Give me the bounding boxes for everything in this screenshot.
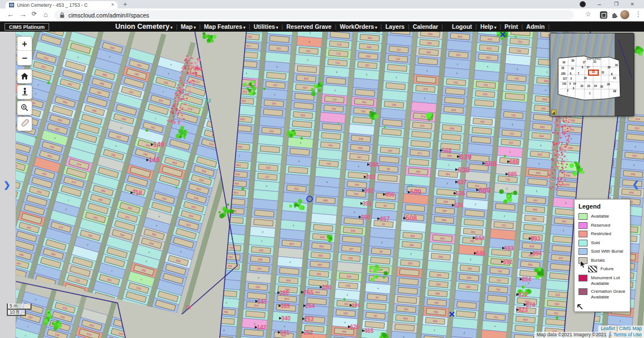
svg-text:835: 835 — [532, 217, 537, 220]
back-icon[interactable]: ← — [7, 10, 14, 19]
nav-item-map[interactable]: Map▾ — [181, 23, 196, 30]
svg-text:98: 98 — [387, 168, 390, 171]
cims-map-link[interactable]: CIMS Map — [619, 326, 642, 331]
chevron-down-icon: ▾ — [243, 25, 246, 29]
forward-icon[interactable]: → — [19, 10, 27, 19]
minimap-section-number: 1C — [613, 77, 616, 80]
svg-text:624: 624 — [301, 114, 306, 117]
nav-item-layers[interactable]: Layers — [385, 23, 404, 30]
svg-text:803: 803 — [235, 173, 240, 176]
browser-tab[interactable]: Union Cemetery - 453 _ 1753 - C × — [6, 1, 118, 8]
nav-item-calendar[interactable]: Calendar — [413, 23, 438, 30]
svg-text:352: 352 — [361, 110, 366, 113]
svg-text:611: 611 — [454, 81, 458, 84]
tab-close-icon[interactable]: × — [111, 2, 114, 7]
home-icon[interactable]: ⌂ — [43, 10, 48, 19]
window-restore-button[interactable]: ❐ — [614, 1, 619, 8]
svg-text:703: 703 — [327, 162, 332, 166]
leaflet-link[interactable]: Leaflet — [601, 326, 615, 331]
selected-point-marker[interactable] — [307, 196, 312, 202]
extension-capture-icon[interactable] — [600, 11, 607, 19]
zoom-in-button[interactable]: + — [18, 37, 32, 51]
overview-minimap[interactable]: WETLAND 32 1920172110181682728100673181C… — [550, 33, 634, 116]
svg-text:358: 358 — [365, 55, 371, 58]
svg-text:824: 824 — [523, 318, 528, 322]
nav-item-admin[interactable]: Admin — [526, 23, 545, 30]
reload-icon[interactable]: ⟳ — [32, 10, 37, 18]
measure-ruler-icon — [21, 119, 29, 127]
plot-number-label: 388 — [280, 290, 289, 296]
menu-separator: | — [476, 24, 477, 30]
svg-text:812: 812 — [242, 90, 247, 94]
svg-text:733: 733 — [517, 40, 523, 44]
svg-text:391: 391 — [467, 267, 472, 271]
minimap-toggle-button[interactable] — [551, 110, 556, 115]
svg-text:703: 703 — [493, 315, 498, 319]
nav-item-utilities[interactable]: Utilities▾ — [254, 23, 278, 30]
expand-panel-chevron-icon[interactable]: ❯ — [3, 180, 11, 190]
browser-menu-icon[interactable]: ⋮ — [635, 10, 642, 18]
profile-avatar[interactable] — [620, 10, 629, 19]
window-close-button[interactable]: × — [630, 1, 634, 8]
svg-text:716: 716 — [337, 43, 342, 46]
window-minimize-button[interactable]: – — [598, 1, 601, 8]
locate-person-button[interactable] — [17, 85, 32, 99]
plot-number-label: 392 — [364, 188, 374, 194]
nav-item-workorders[interactable]: WorkOrders▾ — [340, 23, 377, 30]
plot-number-label: 263 — [304, 316, 314, 322]
legend-collapse-icon[interactable] — [577, 304, 583, 310]
chevron-down-icon: ▾ — [171, 25, 173, 29]
svg-text:218: 218 — [266, 166, 271, 170]
svg-text:606: 606 — [286, 279, 291, 283]
nav-item-reserved-grave[interactable]: Reserved Grave — [286, 23, 332, 30]
svg-text:710: 710 — [332, 98, 337, 101]
minimap-section-number: 117 — [563, 77, 567, 80]
svg-text:362: 362 — [410, 235, 415, 238]
legend-swatch — [578, 222, 588, 229]
extensions-puzzle-icon[interactable] — [611, 11, 619, 19]
browser-window: Union Cemetery - 453 _ 1753 - C × + – ❐ … — [0, 0, 644, 338]
address-bar[interactable]: cimscloud.com/admin#/spaces — [54, 10, 574, 20]
terms-of-use-link[interactable]: Terms of Use — [613, 332, 642, 337]
bookmark-star-icon[interactable]: ☆ — [585, 10, 591, 18]
svg-text:374: 374 — [420, 124, 425, 128]
nav-item-help[interactable]: Help▾ — [480, 23, 496, 30]
plot-number-label: 391 — [363, 201, 372, 207]
svg-text:830: 830 — [528, 263, 533, 267]
measure-tool-button[interactable] — [17, 116, 32, 131]
svg-text:845: 845 — [540, 125, 545, 129]
minimap-section-number: 30 — [600, 85, 603, 88]
svg-text:844: 844 — [539, 135, 544, 138]
nav-item-print[interactable]: Print — [504, 23, 518, 30]
minimap-section-number: 22 — [580, 85, 583, 88]
legend-item-sold: Sold — [578, 240, 626, 246]
magnifier-plus-icon — [21, 104, 28, 111]
svg-text:227: 227 — [273, 84, 278, 87]
scale-imperial: 10 ft — [7, 310, 26, 316]
plot-number-label: 635 — [454, 202, 464, 209]
minimap-section-number: 28 — [607, 66, 610, 69]
plot-number-label: 688 — [485, 159, 497, 168]
svg-text:347: 347 — [357, 156, 362, 159]
nav-item-map-features[interactable]: Map Features▾ — [204, 23, 245, 30]
zoom-out-button[interactable]: − — [18, 51, 32, 65]
svg-text:788: 788 — [223, 310, 228, 314]
browser-profile-badge[interactable] — [580, 1, 586, 7]
svg-text:357: 357 — [365, 64, 370, 67]
zoom-area-button[interactable] — [17, 101, 32, 115]
collapse-right-chevron-icon[interactable]: ❮ — [632, 179, 639, 189]
svg-text:361: 361 — [410, 244, 415, 247]
svg-text:333: 333 — [346, 284, 351, 288]
new-tab-button[interactable]: + — [123, 1, 127, 8]
nav-item-union-cemetery[interactable]: Union Cemetery▾ — [115, 23, 172, 31]
plot-number-label: 341 — [280, 330, 290, 336]
svg-text:348: 348 — [358, 146, 363, 150]
home-extent-button[interactable] — [17, 69, 32, 84]
minimap-section-number: 100 — [561, 72, 565, 75]
plot-number-label: 456 — [385, 192, 395, 198]
cemetery-map-canvas[interactable]: 2621619616615161361261060936076063599598… — [0, 32, 644, 338]
plot-number-label: 262 — [304, 330, 314, 336]
minimap-section-number: 26 — [584, 77, 586, 80]
nav-item-logout[interactable]: Logout — [452, 23, 472, 30]
menu-separator: | — [249, 24, 250, 30]
